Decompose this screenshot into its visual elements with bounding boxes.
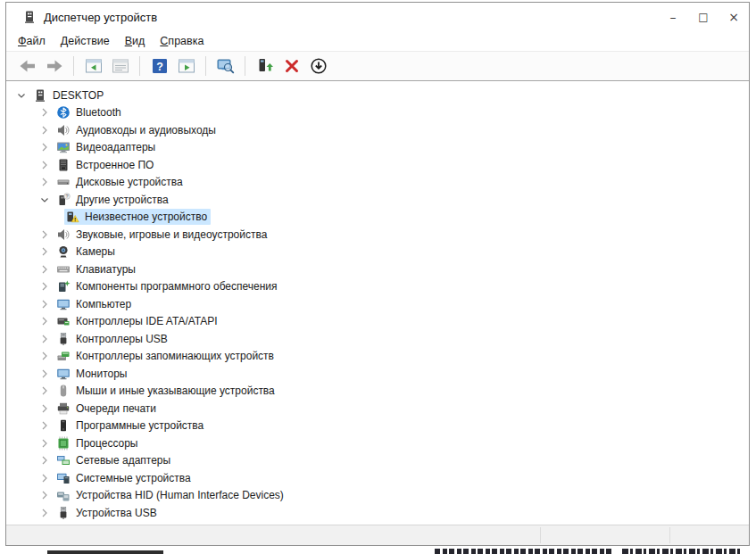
tree-item[interactable]: ?Другие устройства xyxy=(6,191,749,209)
show-console-tree-button[interactable] xyxy=(81,54,105,78)
maximize-button[interactable]: □ xyxy=(688,3,719,31)
chevron-right-icon[interactable] xyxy=(34,105,55,120)
chevron-right-icon[interactable] xyxy=(34,158,55,172)
chevron-right-icon[interactable] xyxy=(34,506,55,520)
disable-device-button[interactable] xyxy=(306,54,330,78)
menu-action[interactable]: Действие xyxy=(61,35,110,47)
tree-item-body[interactable]: Bluetooth xyxy=(55,104,125,120)
tree-item[interactable]: Процессоры xyxy=(6,434,749,452)
tree-item[interactable]: Сетевые адаптеры xyxy=(6,452,749,470)
tree-item-body[interactable]: Встроенное ПО xyxy=(55,157,157,173)
chevron-right-icon[interactable] xyxy=(34,279,55,294)
tree-item-label: Мониторы xyxy=(76,368,127,380)
tree-item[interactable]: Программные устройства xyxy=(6,418,749,435)
chevron-right-icon[interactable] xyxy=(34,349,55,363)
tree-item[interactable]: Видеоадаптеры xyxy=(6,139,749,157)
chevron-down-icon[interactable] xyxy=(11,88,32,103)
tree-item[interactable]: Контроллеры запоминающих устройств xyxy=(6,348,749,366)
tree-item[interactable]: Компоненты программного обеспечения xyxy=(6,278,749,296)
chevron-right-icon[interactable] xyxy=(34,140,55,154)
display-adapter-icon xyxy=(56,140,71,154)
ide-controller-icon xyxy=(56,314,71,328)
update-driver-button[interactable] xyxy=(253,54,277,78)
tree-item-body[interactable]: Дисковые устройства xyxy=(55,174,187,190)
tree-item-label: Контроллеры USB xyxy=(76,333,168,345)
chevron-right-icon[interactable] xyxy=(34,244,55,259)
console-tree-icon xyxy=(85,57,103,75)
tree-item-body[interactable]: Устройства USB xyxy=(55,505,161,521)
tree-item-body[interactable]: Компоненты программного обеспечения xyxy=(55,278,281,294)
chevron-right-icon[interactable] xyxy=(34,123,55,137)
uninstall-device-button[interactable] xyxy=(279,54,303,78)
chevron-right-icon[interactable] xyxy=(34,297,55,311)
software-device-icon xyxy=(56,418,71,433)
tree-item-body[interactable]: Системные устройства xyxy=(55,470,195,486)
tree-item[interactable]: Дисковые устройства xyxy=(6,174,749,192)
tree-item-body[interactable]: Сетевые адаптеры xyxy=(55,452,174,468)
chevron-right-icon[interactable] xyxy=(34,175,55,189)
tree-item[interactable]: Неизвестное устройство xyxy=(6,209,749,227)
action-pane-button[interactable] xyxy=(174,54,198,78)
tree-item-body[interactable]: ?Другие устройства xyxy=(55,192,172,208)
tree-item[interactable]: Мыши и иные указывающие устройства xyxy=(6,383,749,401)
tree-item-body[interactable]: Устройства HID (Human Interface Devices) xyxy=(55,487,287,503)
tree-item-body[interactable]: Мыши и иные указывающие устройства xyxy=(55,383,278,399)
tree-item-body[interactable]: Мониторы xyxy=(55,366,130,382)
tree-item[interactable]: Мониторы xyxy=(6,365,749,383)
tree-item-body[interactable]: Программные устройства xyxy=(55,418,207,434)
tree-item[interactable]: Устройства HID (Human Interface Devices) xyxy=(6,487,749,505)
tree-item[interactable]: Камеры xyxy=(6,244,749,261)
tree-item[interactable]: DESKTOP xyxy=(6,87,749,104)
tree-item-body[interactable]: Клавиатуры xyxy=(55,261,139,277)
tree-item[interactable]: Контроллеры USB xyxy=(6,330,749,348)
chevron-right-icon[interactable] xyxy=(34,262,55,277)
chevron-right-icon[interactable] xyxy=(34,227,55,242)
screen: Диспетчер устройств – □ × Файл Действие … xyxy=(0,0,756,554)
scan-hardware-button[interactable] xyxy=(213,54,237,78)
tree-item-body[interactable]: Очереди печати xyxy=(55,401,160,417)
chevron-right-icon[interactable] xyxy=(34,418,55,433)
menu-file[interactable]: Файл xyxy=(18,35,46,47)
title-bar[interactable]: Диспетчер устройств – □ × xyxy=(6,3,749,31)
tree-item[interactable]: Bluetooth xyxy=(6,104,749,122)
chevron-right-icon[interactable] xyxy=(34,332,55,346)
minimize-button[interactable]: – xyxy=(658,3,688,31)
tree-item[interactable]: Очереди печати xyxy=(6,400,749,418)
tree-item-body[interactable]: Звуковые, игровые и видеоустройства xyxy=(55,227,270,243)
tree-item-body[interactable]: Контроллеры IDE ATA/ATAPI xyxy=(55,313,221,329)
chevron-right-icon[interactable] xyxy=(34,384,55,398)
chevron-right-icon[interactable] xyxy=(34,488,55,502)
tree-item[interactable]: Устройства USB xyxy=(6,504,749,522)
tree-item-body[interactable]: Контроллеры USB xyxy=(55,331,171,347)
tree-item-body[interactable]: Аудиовходы и аудиовыходы xyxy=(55,122,220,138)
chevron-right-icon[interactable] xyxy=(34,314,55,328)
tree-item[interactable]: Встроенное ПО xyxy=(6,156,749,174)
chevron-right-icon[interactable] xyxy=(34,436,55,451)
tree-item[interactable]: Компьютер xyxy=(6,295,749,313)
tree-item-body[interactable]: Камеры xyxy=(55,244,119,260)
tree-item-body[interactable]: DESKTOP xyxy=(32,87,107,103)
tree-item-body[interactable]: Компьютер xyxy=(55,296,135,312)
close-button[interactable]: × xyxy=(719,3,749,31)
chevron-down-icon[interactable] xyxy=(34,193,55,207)
tree-item-body[interactable]: Видеоадаптеры xyxy=(55,139,159,155)
menu-help[interactable]: Справка xyxy=(160,35,204,47)
tree-item[interactable]: Звуковые, игровые и видеоустройства xyxy=(6,226,749,244)
tree-item-body[interactable]: Процессоры xyxy=(55,435,142,451)
chevron-right-icon[interactable] xyxy=(34,401,55,416)
tree-item[interactable]: Клавиатуры xyxy=(6,260,749,278)
tree-item-body[interactable]: Контроллеры запоминающих устройств xyxy=(55,348,278,364)
chevron-right-icon[interactable] xyxy=(34,367,55,381)
scan-hardware-icon xyxy=(217,57,235,75)
tree-item[interactable]: Аудиовходы и аудиовыходы xyxy=(6,121,749,139)
tree-item-body[interactable]: Неизвестное устройство xyxy=(64,209,211,225)
tree-item[interactable]: Системные устройства xyxy=(6,469,749,487)
help-button[interactable]: ? xyxy=(147,54,171,78)
forward-button[interactable] xyxy=(42,54,66,78)
chevron-right-icon[interactable] xyxy=(34,453,55,467)
back-button[interactable] xyxy=(15,54,39,78)
properties-button[interactable] xyxy=(108,54,132,78)
chevron-right-icon[interactable] xyxy=(34,471,55,485)
tree-item[interactable]: Контроллеры IDE ATA/ATAPI xyxy=(6,313,749,331)
menu-view[interactable]: Вид xyxy=(125,35,145,47)
